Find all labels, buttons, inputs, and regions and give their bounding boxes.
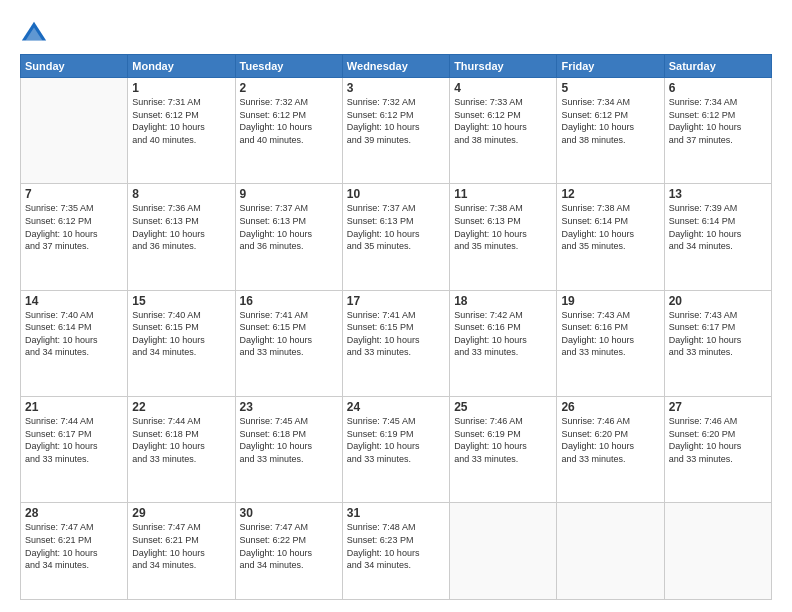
day-info: Sunrise: 7:33 AM Sunset: 6:12 PM Dayligh… [454,96,552,146]
day-header: Tuesday [235,55,342,78]
calendar-cell: 10Sunrise: 7:37 AM Sunset: 6:13 PM Dayli… [342,184,449,290]
calendar-cell: 28Sunrise: 7:47 AM Sunset: 6:21 PM Dayli… [21,503,128,600]
calendar-cell: 26Sunrise: 7:46 AM Sunset: 6:20 PM Dayli… [557,396,664,502]
calendar-cell: 7Sunrise: 7:35 AM Sunset: 6:12 PM Daylig… [21,184,128,290]
calendar-cell: 9Sunrise: 7:37 AM Sunset: 6:13 PM Daylig… [235,184,342,290]
day-number: 21 [25,400,123,414]
calendar-cell: 20Sunrise: 7:43 AM Sunset: 6:17 PM Dayli… [664,290,771,396]
day-info: Sunrise: 7:32 AM Sunset: 6:12 PM Dayligh… [240,96,338,146]
day-info: Sunrise: 7:38 AM Sunset: 6:14 PM Dayligh… [561,202,659,252]
day-number: 18 [454,294,552,308]
calendar-cell: 22Sunrise: 7:44 AM Sunset: 6:18 PM Dayli… [128,396,235,502]
day-info: Sunrise: 7:40 AM Sunset: 6:14 PM Dayligh… [25,309,123,359]
calendar-cell: 25Sunrise: 7:46 AM Sunset: 6:19 PM Dayli… [450,396,557,502]
day-info: Sunrise: 7:44 AM Sunset: 6:17 PM Dayligh… [25,415,123,465]
day-info: Sunrise: 7:41 AM Sunset: 6:15 PM Dayligh… [347,309,445,359]
day-header: Saturday [664,55,771,78]
day-number: 19 [561,294,659,308]
day-number: 24 [347,400,445,414]
calendar-week-row: 21Sunrise: 7:44 AM Sunset: 6:17 PM Dayli… [21,396,772,502]
day-number: 11 [454,187,552,201]
day-number: 14 [25,294,123,308]
day-info: Sunrise: 7:45 AM Sunset: 6:18 PM Dayligh… [240,415,338,465]
calendar-cell: 27Sunrise: 7:46 AM Sunset: 6:20 PM Dayli… [664,396,771,502]
day-header: Wednesday [342,55,449,78]
day-header: Friday [557,55,664,78]
day-number: 22 [132,400,230,414]
day-info: Sunrise: 7:45 AM Sunset: 6:19 PM Dayligh… [347,415,445,465]
calendar-cell [450,503,557,600]
calendar-cell: 14Sunrise: 7:40 AM Sunset: 6:14 PM Dayli… [21,290,128,396]
day-number: 7 [25,187,123,201]
day-info: Sunrise: 7:47 AM Sunset: 6:21 PM Dayligh… [132,521,230,571]
day-number: 30 [240,506,338,520]
day-number: 25 [454,400,552,414]
day-info: Sunrise: 7:34 AM Sunset: 6:12 PM Dayligh… [561,96,659,146]
logo-icon [20,20,48,48]
calendar-cell: 11Sunrise: 7:38 AM Sunset: 6:13 PM Dayli… [450,184,557,290]
day-info: Sunrise: 7:44 AM Sunset: 6:18 PM Dayligh… [132,415,230,465]
day-header: Monday [128,55,235,78]
calendar-cell: 6Sunrise: 7:34 AM Sunset: 6:12 PM Daylig… [664,78,771,184]
calendar-cell [664,503,771,600]
day-number: 4 [454,81,552,95]
day-number: 27 [669,400,767,414]
day-info: Sunrise: 7:47 AM Sunset: 6:22 PM Dayligh… [240,521,338,571]
day-number: 26 [561,400,659,414]
calendar-cell: 30Sunrise: 7:47 AM Sunset: 6:22 PM Dayli… [235,503,342,600]
day-info: Sunrise: 7:31 AM Sunset: 6:12 PM Dayligh… [132,96,230,146]
day-info: Sunrise: 7:34 AM Sunset: 6:12 PM Dayligh… [669,96,767,146]
calendar-cell: 13Sunrise: 7:39 AM Sunset: 6:14 PM Dayli… [664,184,771,290]
day-number: 16 [240,294,338,308]
calendar-cell: 1Sunrise: 7:31 AM Sunset: 6:12 PM Daylig… [128,78,235,184]
day-info: Sunrise: 7:48 AM Sunset: 6:23 PM Dayligh… [347,521,445,571]
day-number: 1 [132,81,230,95]
calendar-cell: 18Sunrise: 7:42 AM Sunset: 6:16 PM Dayli… [450,290,557,396]
day-info: Sunrise: 7:37 AM Sunset: 6:13 PM Dayligh… [240,202,338,252]
day-number: 23 [240,400,338,414]
day-info: Sunrise: 7:41 AM Sunset: 6:15 PM Dayligh… [240,309,338,359]
calendar-week-row: 14Sunrise: 7:40 AM Sunset: 6:14 PM Dayli… [21,290,772,396]
day-number: 31 [347,506,445,520]
day-info: Sunrise: 7:46 AM Sunset: 6:20 PM Dayligh… [669,415,767,465]
day-info: Sunrise: 7:38 AM Sunset: 6:13 PM Dayligh… [454,202,552,252]
day-info: Sunrise: 7:36 AM Sunset: 6:13 PM Dayligh… [132,202,230,252]
day-info: Sunrise: 7:40 AM Sunset: 6:15 PM Dayligh… [132,309,230,359]
day-header: Sunday [21,55,128,78]
calendar-cell: 19Sunrise: 7:43 AM Sunset: 6:16 PM Dayli… [557,290,664,396]
header-row: SundayMondayTuesdayWednesdayThursdayFrid… [21,55,772,78]
calendar-cell: 21Sunrise: 7:44 AM Sunset: 6:17 PM Dayli… [21,396,128,502]
day-info: Sunrise: 7:46 AM Sunset: 6:20 PM Dayligh… [561,415,659,465]
day-number: 28 [25,506,123,520]
day-number: 12 [561,187,659,201]
day-number: 3 [347,81,445,95]
calendar-week-row: 7Sunrise: 7:35 AM Sunset: 6:12 PM Daylig… [21,184,772,290]
day-info: Sunrise: 7:37 AM Sunset: 6:13 PM Dayligh… [347,202,445,252]
day-number: 17 [347,294,445,308]
calendar-week-row: 1Sunrise: 7:31 AM Sunset: 6:12 PM Daylig… [21,78,772,184]
day-number: 13 [669,187,767,201]
calendar-cell: 2Sunrise: 7:32 AM Sunset: 6:12 PM Daylig… [235,78,342,184]
day-number: 8 [132,187,230,201]
day-info: Sunrise: 7:47 AM Sunset: 6:21 PM Dayligh… [25,521,123,571]
calendar-cell: 15Sunrise: 7:40 AM Sunset: 6:15 PM Dayli… [128,290,235,396]
calendar-cell: 5Sunrise: 7:34 AM Sunset: 6:12 PM Daylig… [557,78,664,184]
calendar-cell: 3Sunrise: 7:32 AM Sunset: 6:12 PM Daylig… [342,78,449,184]
day-number: 29 [132,506,230,520]
day-info: Sunrise: 7:46 AM Sunset: 6:19 PM Dayligh… [454,415,552,465]
calendar-cell: 23Sunrise: 7:45 AM Sunset: 6:18 PM Dayli… [235,396,342,502]
header [20,16,772,48]
day-number: 6 [669,81,767,95]
calendar-cell: 12Sunrise: 7:38 AM Sunset: 6:14 PM Dayli… [557,184,664,290]
calendar-cell: 16Sunrise: 7:41 AM Sunset: 6:15 PM Dayli… [235,290,342,396]
calendar-cell: 31Sunrise: 7:48 AM Sunset: 6:23 PM Dayli… [342,503,449,600]
calendar-cell: 17Sunrise: 7:41 AM Sunset: 6:15 PM Dayli… [342,290,449,396]
day-info: Sunrise: 7:39 AM Sunset: 6:14 PM Dayligh… [669,202,767,252]
day-info: Sunrise: 7:32 AM Sunset: 6:12 PM Dayligh… [347,96,445,146]
day-number: 10 [347,187,445,201]
day-info: Sunrise: 7:35 AM Sunset: 6:12 PM Dayligh… [25,202,123,252]
calendar-cell: 8Sunrise: 7:36 AM Sunset: 6:13 PM Daylig… [128,184,235,290]
day-number: 15 [132,294,230,308]
day-number: 9 [240,187,338,201]
day-info: Sunrise: 7:42 AM Sunset: 6:16 PM Dayligh… [454,309,552,359]
